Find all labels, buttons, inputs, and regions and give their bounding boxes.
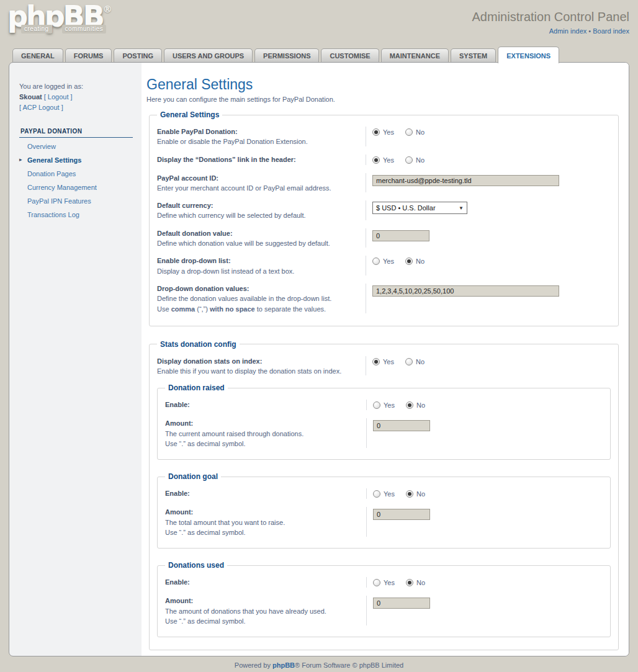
radio-icon[interactable]	[373, 401, 380, 409]
radio-icon[interactable]	[406, 579, 413, 586]
acp-page: phpBB® creating communities Administrati…	[0, 0, 638, 672]
radio-label[interactable]: Yes	[383, 128, 394, 136]
radio-option-yes[interactable]: Yes	[372, 358, 394, 365]
setting-label: Enable PayPal Donation:	[157, 127, 361, 136]
sidebar-item-paypal-ipn-features[interactable]: PayPal IPN Features	[19, 194, 133, 208]
sidebar-item-label[interactable]: Currency Management	[27, 184, 97, 191]
radio-label[interactable]: No	[416, 401, 425, 409]
default-currency-select[interactable]: $ USD • U.S. Dollar ▼	[372, 202, 467, 214]
sidebar: You are logged in as: Skouat [ Logout ] …	[9, 63, 142, 656]
setting-row-display-donations-link: Display the “Donations” link in the head…	[157, 155, 611, 165]
radio-icon[interactable]	[373, 490, 380, 498]
sidebar-item-general-settings[interactable]: ▸ General Settings	[19, 153, 133, 167]
radio-group: Yes No	[373, 578, 603, 586]
tab-general[interactable]: GENERAL	[12, 48, 63, 62]
setting-description: The amount of donations that you have al…	[165, 607, 361, 616]
radio-group: Yes No	[372, 128, 611, 136]
tagline-word: creating	[21, 25, 52, 34]
radio-option-yes[interactable]: Yes	[372, 258, 394, 265]
tab-customise[interactable]: CUSTOMISE	[321, 48, 379, 62]
radio-icon[interactable]	[372, 156, 380, 164]
radio-label[interactable]: No	[416, 579, 425, 586]
header-right: Administration Control Panel Admin index…	[472, 10, 629, 35]
donations-used-amount-input[interactable]	[373, 598, 430, 609]
tab-forums[interactable]: FORUMS	[65, 48, 112, 62]
radio-label[interactable]: Yes	[384, 490, 395, 498]
radio-icon[interactable]	[405, 128, 413, 136]
phpbb-link[interactable]: phpBB	[272, 661, 295, 669]
tab-users-and-groups[interactable]: USERS AND GROUPS	[164, 48, 253, 62]
admin-index-link[interactable]: Admin index	[549, 27, 587, 35]
radio-icon[interactable]	[372, 258, 380, 265]
setting-row-paypal-account-id: PayPal account ID: Enter your merchant a…	[157, 173, 611, 193]
radio-label[interactable]: Yes	[384, 579, 395, 586]
setting-label: Enable drop-down list:	[157, 256, 361, 265]
radio-group: Yes No	[372, 357, 611, 365]
donation-goal-amount-input[interactable]	[373, 509, 430, 520]
logout-link[interactable]: [ Logout ]	[44, 93, 73, 101]
radio-label[interactable]: No	[416, 156, 425, 164]
radio-option-no[interactable]: No	[405, 128, 425, 136]
tab-posting[interactable]: POSTING	[114, 48, 162, 62]
radio-option-no[interactable]: No	[406, 490, 425, 498]
sidebar-item-label[interactable]: PayPal IPN Features	[27, 197, 91, 205]
setting-row-enable: Enable: Yes No	[165, 400, 603, 410]
donation-raised-amount-input[interactable]	[373, 420, 430, 431]
setting-label: Display donation stats on index:	[157, 357, 361, 365]
radio-option-no[interactable]: No	[405, 258, 425, 265]
sidebar-item-overview[interactable]: Overview	[19, 140, 133, 153]
sidebar-item-transactions-log[interactable]: Transactions Log	[19, 208, 133, 222]
sidebar-item-label[interactable]: General Settings	[27, 156, 81, 164]
tab-maintenance[interactable]: MAINTENANCE	[381, 48, 449, 62]
radio-icon[interactable]	[405, 258, 413, 265]
radio-label[interactable]: No	[416, 358, 425, 365]
sidebar-item-label[interactable]: Overview	[27, 143, 56, 150]
radio-icon[interactable]	[373, 579, 380, 586]
sidebar-item-currency-management[interactable]: Currency Management	[19, 181, 133, 194]
setting-description: The total amount that you want to raise.	[165, 518, 361, 527]
radio-label[interactable]: No	[416, 258, 425, 265]
radio-label[interactable]: Yes	[383, 258, 394, 265]
board-index-link[interactable]: Board index	[593, 27, 629, 35]
radio-option-no[interactable]: No	[406, 401, 425, 409]
acp-logout-link[interactable]: [ ACP Logout ]	[19, 104, 63, 111]
radio-icon[interactable]	[372, 128, 380, 136]
tab-system[interactable]: SYSTEM	[451, 48, 496, 62]
radio-icon[interactable]	[405, 156, 413, 164]
radio-icon[interactable]	[372, 358, 380, 365]
radio-icon[interactable]	[406, 490, 413, 498]
sidebar-item-label[interactable]: Transactions Log	[27, 211, 79, 218]
radio-option-yes[interactable]: Yes	[373, 490, 395, 498]
default-donation-value-input[interactable]	[372, 230, 429, 241]
paypal-account-id-input[interactable]	[372, 175, 559, 186]
radio-label[interactable]: No	[416, 490, 425, 498]
radio-icon[interactable]	[406, 401, 413, 409]
setting-description: Use comma (“,”) with no space to separat…	[157, 305, 361, 313]
dropdown-donation-values-input[interactable]	[372, 285, 559, 297]
radio-label[interactable]: Yes	[384, 401, 395, 409]
fieldset-legend: Donation raised	[165, 383, 228, 392]
active-menu-arrow-icon: ▸	[19, 156, 22, 163]
radio-label[interactable]: Yes	[383, 156, 394, 164]
radio-option-no[interactable]: No	[405, 156, 425, 164]
tab-extensions[interactable]: EXTENSIONS	[498, 47, 559, 63]
acp-tab-bar: GENERAL FORUMS POSTING USERS AND GROUPS …	[0, 46, 638, 62]
links-separator: •	[588, 27, 591, 35]
radio-option-no[interactable]: No	[405, 358, 425, 365]
radio-option-yes[interactable]: Yes	[373, 579, 395, 586]
radio-option-yes[interactable]: Yes	[372, 156, 394, 164]
radio-option-yes[interactable]: Yes	[372, 128, 394, 136]
radio-option-yes[interactable]: Yes	[373, 401, 395, 409]
radio-option-no[interactable]: No	[406, 579, 425, 586]
radio-icon[interactable]	[405, 358, 413, 365]
radio-group: Yes No	[373, 490, 603, 498]
setting-label: Enable:	[165, 489, 361, 498]
setting-row-amount: Amount: The total amount that you want t…	[165, 507, 603, 537]
radio-label[interactable]: Yes	[383, 358, 394, 365]
radio-label[interactable]: No	[416, 128, 425, 136]
sidebar-item-label[interactable]: Donation Pages	[27, 170, 76, 177]
sidebar-item-donation-pages[interactable]: Donation Pages	[19, 167, 133, 181]
fieldset-legend: Donations used	[165, 561, 227, 570]
phpbb-logo[interactable]: phpBB® creating communities	[7, 1, 112, 34]
tab-permissions[interactable]: PERMISSIONS	[254, 48, 319, 62]
